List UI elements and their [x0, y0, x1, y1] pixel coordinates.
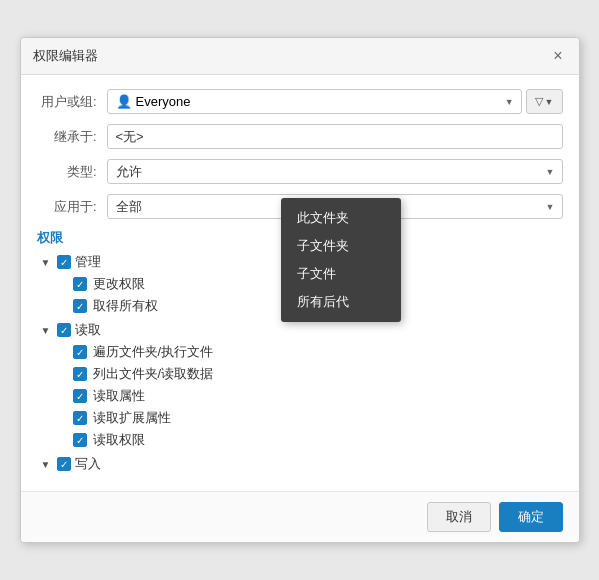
user-select-wrapper: 👤 Everyone: [107, 89, 522, 114]
user-label: 用户或组:: [37, 93, 107, 111]
chevron-small: ▼: [545, 97, 554, 107]
type-select[interactable]: 允许: [107, 159, 563, 184]
read-ext-attr-checkbox[interactable]: ✓: [73, 411, 87, 425]
traverse-checkbox[interactable]: ✓: [73, 345, 87, 359]
inherit-label: 继承于:: [37, 128, 107, 146]
take-ownership-label: 取得所有权: [93, 297, 158, 315]
inherit-row: 继承于:: [37, 124, 563, 149]
user-select[interactable]: 👤 Everyone: [107, 89, 522, 114]
write-label: 写入: [75, 455, 101, 473]
read-attr-checkbox[interactable]: ✓: [73, 389, 87, 403]
perm-item-list-folder: ✓ 列出文件夹/读取数据: [73, 363, 563, 385]
apply-option-subfiles[interactable]: 子文件: [281, 260, 401, 288]
perm-group-read-header[interactable]: ▼ ✓ 读取: [41, 321, 563, 339]
admin-chevron: ▼: [41, 257, 53, 268]
read-attr-label: 读取属性: [93, 387, 145, 405]
perm-item-read-perms: ✓ 读取权限: [73, 429, 563, 451]
perm-group-write-header[interactable]: ▼ ✓ 写入: [41, 455, 563, 473]
list-folder-checkbox[interactable]: ✓: [73, 367, 87, 381]
admin-checkbox[interactable]: ✓: [57, 255, 71, 269]
close-button[interactable]: ×: [549, 46, 566, 66]
perm-group-write: ▼ ✓ 写入: [41, 455, 563, 473]
user-row: 用户或组: 👤 Everyone ▽ ▼: [37, 89, 563, 114]
traverse-label: 遍历文件夹/执行文件: [93, 343, 214, 361]
change-perms-label: 更改权限: [93, 275, 145, 293]
user-select-group: 👤 Everyone ▽ ▼: [107, 89, 563, 114]
write-checkbox[interactable]: ✓: [57, 457, 71, 471]
user-value: Everyone: [136, 94, 191, 109]
apply-dropdown: 此文件夹 子文件夹 子文件 所有后代: [281, 198, 401, 322]
read-perms-checkbox[interactable]: ✓: [73, 433, 87, 447]
type-select-wrapper: 允许: [107, 159, 563, 184]
admin-label: 管理: [75, 253, 101, 271]
apply-option-all-descendants[interactable]: 所有后代: [281, 288, 401, 316]
inherit-control: [107, 124, 563, 149]
type-row: 类型: 允许: [37, 159, 563, 184]
user-icon: 👤: [116, 94, 132, 109]
inherit-input[interactable]: [107, 124, 563, 149]
ok-button[interactable]: 确定: [499, 502, 563, 532]
type-label: 类型:: [37, 163, 107, 181]
permission-editor-dialog: 权限编辑器 × 用户或组: 👤 Everyone ▽ ▼ 继: [20, 37, 580, 543]
perm-item-traverse: ✓ 遍历文件夹/执行文件: [73, 341, 563, 363]
take-ownership-checkbox[interactable]: ✓: [73, 299, 87, 313]
read-chevron: ▼: [41, 325, 53, 336]
apply-option-subfolders[interactable]: 子文件夹: [281, 232, 401, 260]
dialog-footer: 取消 确定: [21, 491, 579, 542]
perm-group-read: ▼ ✓ 读取 ✓ 遍历文件夹/执行文件 ✓ 列出文件夹/读取数据 ✓: [41, 321, 563, 451]
cancel-button[interactable]: 取消: [427, 502, 491, 532]
read-ext-attr-label: 读取扩展属性: [93, 409, 171, 427]
dialog-header: 权限编辑器 ×: [21, 38, 579, 75]
apply-label: 应用于:: [37, 198, 107, 216]
apply-option-this-folder[interactable]: 此文件夹: [281, 204, 401, 232]
list-folder-label: 列出文件夹/读取数据: [93, 365, 214, 383]
write-chevron: ▼: [41, 459, 53, 470]
read-items: ✓ 遍历文件夹/执行文件 ✓ 列出文件夹/读取数据 ✓ 读取属性 ✓ 读取扩展属…: [73, 341, 563, 451]
perm-item-read-attr: ✓ 读取属性: [73, 385, 563, 407]
read-perms-label: 读取权限: [93, 431, 145, 449]
filter-button[interactable]: ▽ ▼: [526, 89, 563, 114]
read-label: 读取: [75, 321, 101, 339]
read-checkbox[interactable]: ✓: [57, 323, 71, 337]
change-perms-checkbox[interactable]: ✓: [73, 277, 87, 291]
filter-icon: ▽: [535, 95, 543, 108]
perm-item-read-ext-attr: ✓ 读取扩展属性: [73, 407, 563, 429]
dialog-title: 权限编辑器: [33, 47, 98, 65]
